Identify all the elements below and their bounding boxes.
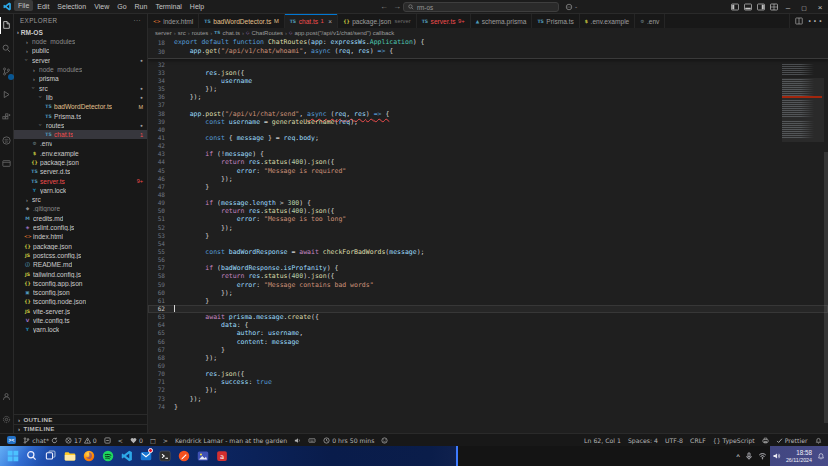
code-line[interactable]: 43 if (!message) { <box>148 150 828 158</box>
explorer-more-actions-icon[interactable]: ··· <box>134 17 142 24</box>
status-prettier[interactable]: Prettier <box>772 434 811 447</box>
code-line[interactable]: 50 return res.status(400).json({ <box>148 207 828 215</box>
code-line[interactable]: 44 return res.status(400).json({ <box>148 158 828 166</box>
menu-go[interactable]: Go <box>113 0 130 14</box>
code-line[interactable]: 38 app.post("/api/v1/chat/send", async (… <box>148 110 828 118</box>
code-line[interactable]: 36 }); <box>148 93 828 101</box>
code-line[interactable]: 33 res.json({ <box>148 69 828 77</box>
tray-chevron-up-icon[interactable]: ^ <box>737 453 740 460</box>
file-item[interactable]: Yyarn.lock <box>14 186 147 195</box>
code-line[interactable]: 40 <box>148 126 828 134</box>
folder-item[interactable]: ›node_modules <box>14 65 147 74</box>
file-item[interactable]: {}tsconfig.node.json <box>14 297 147 306</box>
editor-scrollbar[interactable] <box>824 62 828 433</box>
file-item[interactable]: ▣tsconfig.json <box>14 288 147 297</box>
remote-window-icon[interactable] <box>0 152 14 175</box>
code-line[interactable]: 18export default function ChatRoutes(app… <box>148 38 828 47</box>
tab-Prisma.ts[interactable]: TSPrisma.ts <box>532 14 579 28</box>
file-item[interactable]: Yyarn.lock <box>14 325 147 334</box>
taskbar-red-a-app-icon[interactable]: a <box>215 449 228 462</box>
settings-icon[interactable] <box>0 408 14 431</box>
code-line[interactable]: 49 if (message.length > 300) { <box>148 199 828 207</box>
status-language-mode[interactable]: {}TypeScript <box>709 434 758 447</box>
folder-item[interactable]: ›prisma <box>14 74 147 83</box>
tab-schema.prisma[interactable]: ▲schema.prisma <box>471 14 533 28</box>
status-music-prev[interactable]: < <box>114 434 126 447</box>
taskbar-clock[interactable]: 18:58 26/11/2024 <box>786 449 812 462</box>
folder-item[interactable]: ›server● <box>14 56 147 65</box>
explorer-icon[interactable] <box>0 14 14 37</box>
code-line[interactable]: 70 res.json({ <box>148 370 828 378</box>
taskbar-start-icon[interactable] <box>6 449 19 462</box>
file-item[interactable]: $.env.example <box>14 149 147 158</box>
code-line[interactable]: 42 <box>148 142 828 150</box>
status-music-next[interactable]: > <box>159 434 171 447</box>
tab-.env[interactable]: ⚙.env <box>635 14 665 28</box>
file-item[interactable]: TSchat.ts1 <box>14 130 147 139</box>
spotify-icon[interactable] <box>0 129 14 152</box>
code-line[interactable]: 47 } <box>148 183 828 191</box>
copilot-icon[interactable]: ⌄ <box>565 3 578 11</box>
toggle-sidebar-icon[interactable] <box>728 0 741 14</box>
status-music-track[interactable]: Kendrick Lamar - man at the garden <box>171 434 290 447</box>
extensions-icon[interactable] <box>0 106 14 129</box>
source-control-icon[interactable] <box>0 60 14 83</box>
code-line[interactable]: 65 author: username, <box>148 329 828 337</box>
split-editor-icon[interactable] <box>795 17 803 25</box>
status-music-volume[interactable] <box>291 434 305 447</box>
file-item[interactable]: JSpostcss.config.js <box>14 251 147 260</box>
file-item[interactable]: TSbadWordDetector.tsM <box>14 102 147 111</box>
file-item[interactable]: Mcredits.md <box>14 214 147 223</box>
taskbar-photos-icon[interactable] <box>196 449 209 462</box>
folder-item[interactable]: ›node_modules <box>14 37 147 46</box>
file-item[interactable]: {}tsconfig.app.json <box>14 279 147 288</box>
status-keyboard-status[interactable] <box>305 434 320 447</box>
breadcrumb-item[interactable]: src <box>178 30 186 36</box>
menu-help[interactable]: Help <box>186 0 208 14</box>
status-extension-status[interactable] <box>100 434 114 447</box>
tab-chat.ts[interactable]: TSchat.ts1× <box>285 14 338 28</box>
code-line[interactable]: 35 }); <box>148 85 828 93</box>
tray-wifi-icon[interactable] <box>758 452 767 460</box>
tray-mic-icon[interactable] <box>745 452 753 460</box>
status-remote-indicator[interactable]: >< <box>3 434 20 447</box>
tab-badWordDetector.ts[interactable]: TSbadWordDetector.tsM <box>199 14 284 28</box>
code-line[interactable]: 67 } <box>148 346 828 354</box>
code-line[interactable]: 51 error: "Message is too long" <box>148 215 828 223</box>
taskbar-search-icon[interactable] <box>25 449 38 462</box>
code-line[interactable]: 59 error: "Message contains bad words" <box>148 281 828 289</box>
nav-back-icon[interactable]: ← <box>380 0 388 13</box>
file-item[interactable]: TSPrisma.ts <box>14 111 147 120</box>
menu-file[interactable]: File <box>14 0 33 11</box>
search-icon[interactable] <box>0 37 14 60</box>
file-item[interactable]: {}package.json <box>14 242 147 251</box>
status-indentation[interactable]: Spaces: 4 <box>624 434 661 447</box>
status-time-tracker[interactable]: 0 hrs 50 mins <box>320 434 378 447</box>
code-line[interactable]: 64 data: { <box>148 321 828 329</box>
toggle-secondary-sidebar-icon[interactable] <box>754 0 767 14</box>
folder-item[interactable]: ›src <box>14 195 147 204</box>
panel-timeline[interactable]: ›TIMELINE <box>14 424 147 434</box>
status-notifications[interactable] <box>811 434 825 447</box>
file-item[interactable]: <>index.html <box>14 232 147 241</box>
breadcrumb-item[interactable]: routes <box>192 30 209 36</box>
file-item[interactable]: Vvite.config.ts <box>14 316 147 325</box>
status-eol[interactable]: CRLF <box>687 434 710 447</box>
file-item[interactable]: ⓘREADME.md <box>14 260 147 269</box>
tray-notification-icon[interactable] <box>817 452 825 460</box>
taskbar-spotify-icon[interactable] <box>101 449 114 462</box>
code-line[interactable]: 63 await prisma.message.create({ <box>148 313 828 321</box>
code-line[interactable]: 32 <box>148 61 828 69</box>
workspace-root-folder[interactable]: › RM-OS <box>14 27 147 37</box>
code-line[interactable]: 60 }); <box>148 289 828 297</box>
taskbar-file-explorer-icon[interactable] <box>63 449 76 462</box>
tray-volume-icon[interactable] <box>772 452 781 460</box>
status-music-stop[interactable]: □ <box>146 434 159 447</box>
breadcrumb-item[interactable]: server <box>155 30 172 36</box>
command-center-search[interactable]: rm-os <box>403 2 559 12</box>
folder-item[interactable]: ›src● <box>14 83 147 92</box>
status-git-branch[interactable]: chat* <box>20 434 62 447</box>
menu-selection[interactable]: Selection <box>53 0 90 14</box>
code-line[interactable]: 41 const { message } = req.body; <box>148 134 828 142</box>
minimize-button[interactable]: – <box>780 0 796 14</box>
